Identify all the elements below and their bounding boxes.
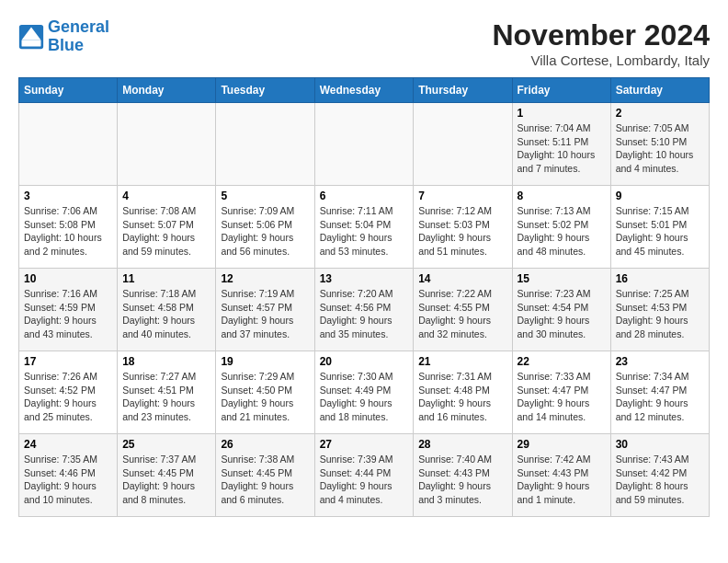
calendar-cell: 8Sunrise: 7:13 AM Sunset: 5:02 PM Daylig… [512, 186, 610, 269]
weekday-header-sunday: Sunday [19, 78, 118, 103]
calendar-cell: 20Sunrise: 7:30 AM Sunset: 4:49 PM Dayli… [314, 351, 414, 434]
day-info: Sunrise: 7:05 AM Sunset: 5:10 PM Dayligh… [616, 121, 704, 176]
day-info: Sunrise: 7:34 AM Sunset: 4:47 PM Dayligh… [616, 370, 704, 424]
logo-text: General Blue [48, 18, 109, 55]
day-number: 20 [320, 355, 409, 368]
day-info: Sunrise: 7:09 AM Sunset: 5:06 PM Dayligh… [221, 204, 309, 259]
day-number: 15 [518, 272, 606, 285]
logo-blue: Blue [48, 36, 84, 54]
day-number: 3 [24, 190, 112, 202]
calendar-week-5: 24Sunrise: 7:35 AM Sunset: 4:46 PM Dayli… [19, 434, 710, 517]
calendar-cell: 7Sunrise: 7:12 AM Sunset: 5:03 PM Daylig… [414, 186, 512, 269]
weekday-header-thursday: Thursday [414, 78, 512, 103]
day-number: 30 [616, 438, 704, 451]
day-number: 21 [418, 355, 506, 368]
calendar-cell: 6Sunrise: 7:11 AM Sunset: 5:04 PM Daylig… [314, 186, 414, 269]
calendar-cell: 2Sunrise: 7:05 AM Sunset: 5:10 PM Daylig… [610, 103, 709, 186]
calendar-cell: 12Sunrise: 7:19 AM Sunset: 4:57 PM Dayli… [216, 269, 314, 351]
calendar-cell: 18Sunrise: 7:27 AM Sunset: 4:51 PM Dayli… [118, 351, 216, 434]
day-number: 5 [221, 190, 309, 202]
day-number: 4 [122, 190, 210, 202]
calendar-cell: 14Sunrise: 7:22 AM Sunset: 4:55 PM Dayli… [414, 269, 512, 351]
calendar-cell: 16Sunrise: 7:25 AM Sunset: 4:53 PM Dayli… [610, 269, 709, 351]
day-number: 25 [122, 438, 210, 451]
calendar-cell: 28Sunrise: 7:40 AM Sunset: 4:43 PM Dayli… [414, 434, 512, 517]
calendar-cell [414, 103, 512, 186]
day-info: Sunrise: 7:06 AM Sunset: 5:08 PM Dayligh… [24, 204, 112, 259]
calendar-cell: 10Sunrise: 7:16 AM Sunset: 4:59 PM Dayli… [19, 269, 118, 351]
day-info: Sunrise: 7:35 AM Sunset: 4:46 PM Dayligh… [24, 453, 112, 507]
day-info: Sunrise: 7:39 AM Sunset: 4:44 PM Dayligh… [320, 453, 409, 507]
calendar-cell: 13Sunrise: 7:20 AM Sunset: 4:56 PM Dayli… [314, 269, 414, 351]
day-info: Sunrise: 7:20 AM Sunset: 4:56 PM Dayligh… [320, 287, 409, 341]
day-number: 11 [122, 272, 210, 285]
month-title: November 2024 [492, 18, 710, 52]
calendar-cell: 9Sunrise: 7:15 AM Sunset: 5:01 PM Daylig… [610, 186, 709, 269]
day-info: Sunrise: 7:31 AM Sunset: 4:48 PM Dayligh… [418, 370, 506, 424]
title-area: November 2024 Villa Cortese, Lombardy, I… [492, 18, 710, 68]
day-number: 22 [518, 355, 606, 368]
day-number: 9 [616, 190, 704, 202]
weekday-header-tuesday: Tuesday [216, 78, 314, 103]
calendar-cell: 23Sunrise: 7:34 AM Sunset: 4:47 PM Dayli… [610, 351, 709, 434]
day-number: 7 [418, 190, 506, 202]
day-number: 1 [518, 107, 606, 120]
day-info: Sunrise: 7:18 AM Sunset: 4:58 PM Dayligh… [122, 287, 210, 341]
calendar-cell: 4Sunrise: 7:08 AM Sunset: 5:07 PM Daylig… [118, 186, 216, 269]
day-number: 12 [221, 272, 309, 285]
calendar-cell: 19Sunrise: 7:29 AM Sunset: 4:50 PM Dayli… [216, 351, 314, 434]
day-info: Sunrise: 7:38 AM Sunset: 4:45 PM Dayligh… [221, 453, 309, 507]
logo-icon [18, 24, 44, 50]
day-number: 26 [221, 438, 309, 451]
day-number: 17 [24, 355, 112, 368]
weekday-header-saturday: Saturday [610, 78, 709, 103]
day-info: Sunrise: 7:26 AM Sunset: 4:52 PM Dayligh… [24, 370, 112, 424]
day-info: Sunrise: 7:30 AM Sunset: 4:49 PM Dayligh… [320, 370, 409, 424]
day-info: Sunrise: 7:13 AM Sunset: 5:02 PM Dayligh… [518, 204, 606, 259]
day-number: 18 [122, 355, 210, 368]
day-info: Sunrise: 7:29 AM Sunset: 4:50 PM Dayligh… [221, 370, 309, 424]
day-info: Sunrise: 7:37 AM Sunset: 4:45 PM Dayligh… [122, 453, 210, 507]
calendar-cell: 5Sunrise: 7:09 AM Sunset: 5:06 PM Daylig… [216, 186, 314, 269]
svg-rect-2 [22, 40, 41, 46]
calendar-cell: 11Sunrise: 7:18 AM Sunset: 4:58 PM Dayli… [118, 269, 216, 351]
day-number: 19 [221, 355, 309, 368]
page-header: General Blue November 2024 Villa Cortese… [18, 18, 710, 68]
day-number: 6 [320, 190, 409, 202]
day-info: Sunrise: 7:04 AM Sunset: 5:11 PM Dayligh… [518, 121, 606, 176]
calendar-week-3: 10Sunrise: 7:16 AM Sunset: 4:59 PM Dayli… [19, 269, 710, 351]
calendar-cell: 22Sunrise: 7:33 AM Sunset: 4:47 PM Dayli… [512, 351, 610, 434]
logo-general: General [48, 17, 109, 36]
calendar-cell [118, 103, 216, 186]
calendar-cell: 26Sunrise: 7:38 AM Sunset: 4:45 PM Dayli… [216, 434, 314, 517]
calendar-cell: 29Sunrise: 7:42 AM Sunset: 4:43 PM Dayli… [512, 434, 610, 517]
calendar-cell: 21Sunrise: 7:31 AM Sunset: 4:48 PM Dayli… [414, 351, 512, 434]
calendar-week-2: 3Sunrise: 7:06 AM Sunset: 5:08 PM Daylig… [19, 186, 710, 269]
weekday-header-friday: Friday [512, 78, 610, 103]
calendar-cell: 1Sunrise: 7:04 AM Sunset: 5:11 PM Daylig… [512, 103, 610, 186]
day-info: Sunrise: 7:33 AM Sunset: 4:47 PM Dayligh… [518, 370, 606, 424]
calendar-cell [314, 103, 414, 186]
day-number: 8 [518, 190, 606, 202]
day-number: 29 [518, 438, 606, 451]
calendar-cell: 30Sunrise: 7:43 AM Sunset: 4:42 PM Dayli… [610, 434, 709, 517]
day-number: 27 [320, 438, 409, 451]
logo: General Blue [18, 18, 109, 55]
calendar-cell [19, 103, 118, 186]
day-info: Sunrise: 7:27 AM Sunset: 4:51 PM Dayligh… [122, 370, 210, 424]
calendar-cell: 15Sunrise: 7:23 AM Sunset: 4:54 PM Dayli… [512, 269, 610, 351]
location-title: Villa Cortese, Lombardy, Italy [492, 52, 710, 68]
day-number: 2 [616, 107, 704, 120]
day-number: 24 [24, 438, 112, 451]
day-info: Sunrise: 7:15 AM Sunset: 5:01 PM Dayligh… [616, 204, 704, 259]
day-info: Sunrise: 7:23 AM Sunset: 4:54 PM Dayligh… [518, 287, 606, 341]
calendar-header-row: SundayMondayTuesdayWednesdayThursdayFrid… [19, 78, 710, 103]
day-info: Sunrise: 7:16 AM Sunset: 4:59 PM Dayligh… [24, 287, 112, 341]
day-info: Sunrise: 7:19 AM Sunset: 4:57 PM Dayligh… [221, 287, 309, 341]
calendar-week-1: 1Sunrise: 7:04 AM Sunset: 5:11 PM Daylig… [19, 103, 710, 186]
day-info: Sunrise: 7:22 AM Sunset: 4:55 PM Dayligh… [418, 287, 506, 341]
calendar-week-4: 17Sunrise: 7:26 AM Sunset: 4:52 PM Dayli… [19, 351, 710, 434]
day-number: 10 [24, 272, 112, 285]
day-info: Sunrise: 7:08 AM Sunset: 5:07 PM Dayligh… [122, 204, 210, 259]
day-info: Sunrise: 7:43 AM Sunset: 4:42 PM Dayligh… [616, 453, 704, 507]
